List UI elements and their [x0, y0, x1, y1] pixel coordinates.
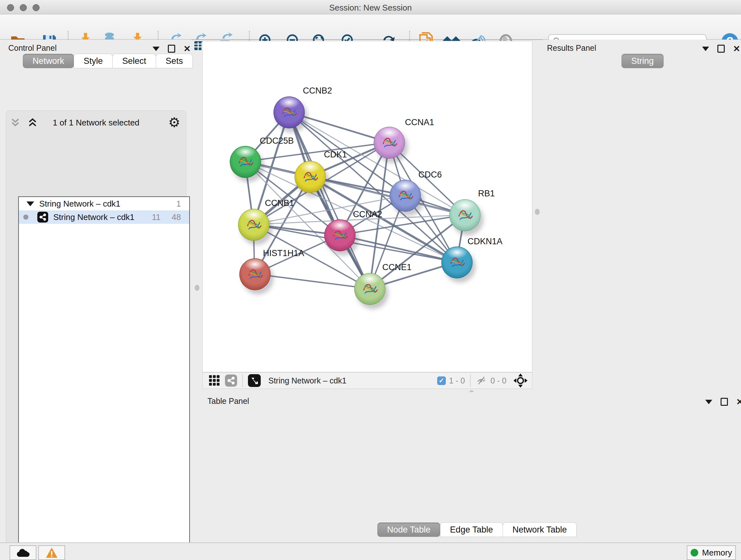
network-selected-summary: 1 of 1 Network selected: [6, 118, 186, 128]
main-toolbar: ?: [0, 14, 741, 40]
node-label-RB1: RB1: [478, 189, 495, 199]
current-network-bullet: [23, 214, 28, 220]
network-view-title: String Network – cdk1: [268, 376, 347, 385]
memory-button[interactable]: Memory: [687, 545, 736, 560]
node-CCNA1[interactable]: [374, 127, 405, 159]
cloud-icon: [16, 548, 30, 557]
float-panel-icon[interactable]: [702, 47, 709, 51]
protein-ribbon-thumbnail: [245, 215, 263, 234]
node-count: 11: [152, 212, 160, 222]
warning-icon: [45, 547, 58, 558]
node-RB1[interactable]: [449, 199, 481, 231]
warnings-button[interactable]: [38, 545, 65, 560]
table-panel: Table Panel ✕ ⚙: [202, 392, 741, 543]
network-tab-content: 1 of 1 Network selected ⚙ String Network…: [6, 111, 186, 560]
node-label-CCNA2: CCNA2: [353, 209, 382, 219]
node-CCNB1[interactable]: [238, 209, 269, 241]
protein-ribbon-thumbnail: [396, 186, 414, 205]
tab-style[interactable]: Style: [74, 54, 113, 68]
hidden-eye-icon[interactable]: [476, 376, 487, 385]
node-label-HIST1H1A: HIST1H1A: [263, 248, 304, 258]
protein-ribbon-thumbnail: [360, 280, 379, 298]
grid-view-icon[interactable]: [208, 374, 220, 387]
protein-ribbon-thumbnail: [456, 206, 474, 225]
float-panel-icon[interactable]: [152, 47, 159, 51]
right-splitter-handle[interactable]: [535, 209, 540, 215]
control-panel-title: Control Panel: [8, 44, 57, 53]
table-panel-title: Table Panel: [207, 396, 249, 406]
network-list: String Network – cdk1 1 String Network –…: [18, 196, 190, 560]
title-bar: Session: New Session: [0, 0, 741, 14]
collection-expander-icon[interactable]: [26, 201, 34, 206]
tab-string[interactable]: String: [621, 54, 664, 68]
left-splitter-handle[interactable]: [195, 285, 199, 291]
protein-ribbon-thumbnail: [280, 103, 298, 122]
cloud-status-button[interactable]: [10, 545, 37, 560]
node-CDKN1A[interactable]: [441, 246, 473, 278]
close-panel-icon[interactable]: ✕: [733, 46, 740, 52]
protein-ribbon-thumbnail: [301, 168, 320, 186]
node-label-CDKN1A: CDKN1A: [468, 237, 502, 246]
node-label-CDC25B: CDC25B: [260, 136, 294, 146]
node-label-CCNB2: CCNB2: [303, 86, 332, 96]
close-panel-icon[interactable]: ✕: [736, 399, 741, 405]
maximize-panel-icon[interactable]: [721, 398, 728, 406]
control-panel-tabs: NetworkStyleSelectSets: [23, 54, 193, 68]
maximize-panel-icon[interactable]: [168, 45, 175, 53]
network-label: String Network – cdk1: [53, 212, 134, 222]
close-panel-icon[interactable]: ✕: [184, 46, 191, 52]
network-list-gear-icon[interactable]: ⚙: [168, 115, 180, 130]
node-CDC6[interactable]: [390, 180, 421, 212]
node-label-CCNA1: CCNA1: [405, 118, 434, 127]
protein-ribbon-thumbnail: [331, 226, 349, 245]
edge-HIST1H1A-CCNE1[interactable]: [255, 274, 369, 289]
tab-network-table[interactable]: Network Table: [502, 522, 577, 537]
edge-count: 48: [172, 212, 181, 222]
pan-crosshair-icon[interactable]: [514, 374, 528, 388]
network-view-canvas[interactable]: CCNB2CCNA1CDC25BCDK1CDC6RB1CCNB1CCNA2CDK…: [202, 41, 532, 372]
tab-network[interactable]: Network: [23, 54, 74, 68]
collection-label: String Network – cdk1: [39, 199, 120, 209]
selected-counts: 1 - 0: [449, 376, 465, 385]
status-bar: Memory: [0, 543, 741, 560]
table-panel-window-controls: ✕: [705, 398, 741, 406]
memory-label: Memory: [702, 548, 732, 558]
birdseye-toggle-icon[interactable]: [248, 374, 261, 387]
node-label-CCNB1: CCNB1: [265, 198, 294, 208]
protein-ribbon-thumbnail: [236, 152, 255, 171]
table-panel-tabs: Node TableEdge TableNetwork Table: [378, 522, 577, 537]
tab-select[interactable]: Select: [112, 54, 156, 68]
hidden-counts: 0 - 0: [490, 376, 507, 385]
tab-sets[interactable]: Sets: [156, 54, 193, 68]
results-panel-window-controls: ✕: [702, 45, 740, 53]
share-view-icon[interactable]: [225, 374, 237, 387]
node-label-CDC6: CDC6: [418, 170, 442, 180]
node-CCNB2[interactable]: [273, 97, 305, 128]
tab-edge-table[interactable]: Edge Table: [440, 522, 503, 537]
network-edges-layer: [203, 41, 532, 372]
network-view-toolbar: String Network – cdk1 ✓ 1 - 0 0 - 0: [202, 372, 532, 389]
memory-status-dot: [690, 549, 698, 557]
control-panel-window-controls: ✕: [152, 45, 191, 53]
results-panel-title: Results Panel: [547, 44, 596, 53]
collection-count: 1: [177, 199, 181, 209]
node-CCNA2[interactable]: [324, 219, 355, 251]
network-row[interactable]: String Network – cdk1 11 48: [19, 210, 189, 224]
node-label-CDK1: CDK1: [324, 150, 347, 160]
node-CDC25B[interactable]: [230, 146, 261, 178]
node-CCNE1[interactable]: [354, 273, 386, 305]
node-CDK1[interactable]: [294, 161, 326, 193]
application-window: Session: New Session: [0, 0, 741, 560]
maximize-panel-icon[interactable]: [718, 45, 725, 53]
results-panel-tabs: String: [622, 54, 664, 68]
selected-checkbox-icon[interactable]: ✓: [437, 376, 446, 385]
protein-ribbon-thumbnail: [448, 253, 466, 272]
node-HIST1H1A[interactable]: [239, 258, 271, 290]
window-title: Session: New Session: [0, 3, 741, 13]
network-collection-row[interactable]: String Network – cdk1 1: [19, 197, 189, 210]
tab-node-table[interactable]: Node Table: [377, 522, 441, 537]
float-panel-icon[interactable]: [705, 400, 712, 404]
node-label-CCNE1: CCNE1: [382, 262, 412, 272]
protein-ribbon-thumbnail: [380, 133, 399, 152]
string-app-icon: [37, 212, 48, 223]
